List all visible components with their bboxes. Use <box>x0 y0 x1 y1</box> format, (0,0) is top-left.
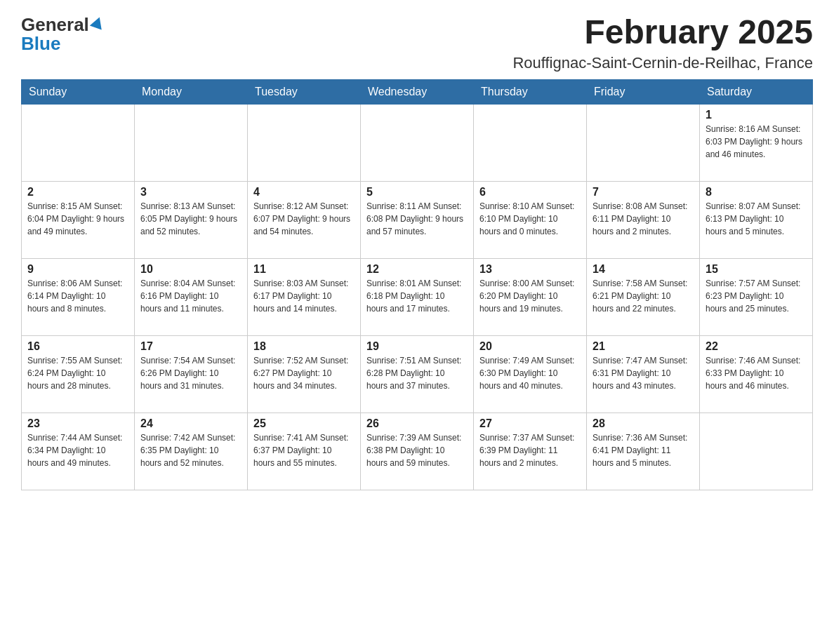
title-area: February 2025 Rouffignac-Saint-Cernin-de… <box>512 14 813 72</box>
location-title: Rouffignac-Saint-Cernin-de-Reilhac, Fran… <box>512 54 813 72</box>
calendar-cell <box>361 104 474 181</box>
calendar-cell: 12Sunrise: 8:01 AM Sunset: 6:18 PM Dayli… <box>361 258 474 335</box>
logo-triangle-icon <box>90 15 105 29</box>
weekday-header-sunday: Sunday <box>22 79 135 104</box>
weekday-header-friday: Friday <box>587 79 700 104</box>
calendar-cell: 22Sunrise: 7:46 AM Sunset: 6:33 PM Dayli… <box>700 335 813 412</box>
calendar-cell <box>135 104 248 181</box>
day-number: 13 <box>479 263 581 276</box>
calendar-cell: 9Sunrise: 8:06 AM Sunset: 6:14 PM Daylig… <box>22 258 135 335</box>
day-number: 26 <box>366 417 468 430</box>
calendar-cell <box>248 104 361 181</box>
calendar-cell: 20Sunrise: 7:49 AM Sunset: 6:30 PM Dayli… <box>474 335 587 412</box>
calendar-cell: 17Sunrise: 7:54 AM Sunset: 6:26 PM Dayli… <box>135 335 248 412</box>
calendar-cell: 25Sunrise: 7:41 AM Sunset: 6:37 PM Dayli… <box>248 412 361 490</box>
day-info: Sunrise: 8:06 AM Sunset: 6:14 PM Dayligh… <box>27 277 128 315</box>
day-number: 22 <box>706 340 807 353</box>
calendar-cell: 24Sunrise: 7:42 AM Sunset: 6:35 PM Dayli… <box>135 412 248 490</box>
day-info: Sunrise: 7:52 AM Sunset: 6:27 PM Dayligh… <box>253 354 355 392</box>
day-info: Sunrise: 7:36 AM Sunset: 6:41 PM Dayligh… <box>593 431 694 469</box>
calendar-cell: 26Sunrise: 7:39 AM Sunset: 6:38 PM Dayli… <box>361 412 474 490</box>
day-number: 24 <box>140 417 241 430</box>
calendar-cell: 13Sunrise: 8:00 AM Sunset: 6:20 PM Dayli… <box>474 258 587 335</box>
day-number: 23 <box>27 417 128 430</box>
calendar-cell <box>587 104 700 181</box>
day-number: 20 <box>479 340 581 353</box>
calendar-cell: 10Sunrise: 8:04 AM Sunset: 6:16 PM Dayli… <box>135 258 248 335</box>
day-info: Sunrise: 7:57 AM Sunset: 6:23 PM Dayligh… <box>706 277 807 315</box>
calendar-week-row: 16Sunrise: 7:55 AM Sunset: 6:24 PM Dayli… <box>22 335 813 412</box>
calendar-cell: 7Sunrise: 8:08 AM Sunset: 6:11 PM Daylig… <box>587 181 700 258</box>
day-info: Sunrise: 8:00 AM Sunset: 6:20 PM Dayligh… <box>479 277 581 315</box>
calendar-cell: 15Sunrise: 7:57 AM Sunset: 6:23 PM Dayli… <box>700 258 813 335</box>
day-info: Sunrise: 7:41 AM Sunset: 6:37 PM Dayligh… <box>253 431 355 469</box>
day-info: Sunrise: 8:07 AM Sunset: 6:13 PM Dayligh… <box>706 200 807 238</box>
month-title: February 2025 <box>512 14 813 51</box>
calendar-cell <box>474 104 587 181</box>
day-info: Sunrise: 7:58 AM Sunset: 6:21 PM Dayligh… <box>593 277 694 315</box>
weekday-header-monday: Monday <box>135 79 248 104</box>
calendar-cell: 18Sunrise: 7:52 AM Sunset: 6:27 PM Dayli… <box>248 335 361 412</box>
calendar-cell <box>700 412 813 490</box>
day-number: 28 <box>593 417 694 430</box>
day-number: 2 <box>27 186 128 199</box>
day-info: Sunrise: 7:46 AM Sunset: 6:33 PM Dayligh… <box>706 354 807 392</box>
calendar-cell: 4Sunrise: 8:12 AM Sunset: 6:07 PM Daylig… <box>248 181 361 258</box>
weekday-header-tuesday: Tuesday <box>248 79 361 104</box>
day-info: Sunrise: 8:15 AM Sunset: 6:04 PM Dayligh… <box>27 200 128 238</box>
day-info: Sunrise: 8:13 AM Sunset: 6:05 PM Dayligh… <box>140 200 241 238</box>
day-number: 21 <box>593 340 694 353</box>
calendar-cell: 1Sunrise: 8:16 AM Sunset: 6:03 PM Daylig… <box>700 104 813 181</box>
day-number: 15 <box>706 263 807 276</box>
weekday-header-thursday: Thursday <box>474 79 587 104</box>
calendar-cell: 11Sunrise: 8:03 AM Sunset: 6:17 PM Dayli… <box>248 258 361 335</box>
day-info: Sunrise: 7:37 AM Sunset: 6:39 PM Dayligh… <box>479 431 581 469</box>
day-number: 10 <box>140 263 241 276</box>
day-number: 27 <box>479 417 581 430</box>
day-number: 14 <box>593 263 694 276</box>
calendar-cell: 14Sunrise: 7:58 AM Sunset: 6:21 PM Dayli… <box>587 258 700 335</box>
calendar-cell: 19Sunrise: 7:51 AM Sunset: 6:28 PM Dayli… <box>361 335 474 412</box>
calendar-cell: 28Sunrise: 7:36 AM Sunset: 6:41 PM Dayli… <box>587 412 700 490</box>
day-info: Sunrise: 8:03 AM Sunset: 6:17 PM Dayligh… <box>253 277 355 315</box>
day-info: Sunrise: 7:54 AM Sunset: 6:26 PM Dayligh… <box>140 354 241 392</box>
day-number: 6 <box>479 186 581 199</box>
day-number: 3 <box>140 186 241 199</box>
day-number: 7 <box>593 186 694 199</box>
day-number: 17 <box>140 340 241 353</box>
calendar-cell: 5Sunrise: 8:11 AM Sunset: 6:08 PM Daylig… <box>361 181 474 258</box>
page-header: General Blue February 2025 Rouffignac-Sa… <box>21 14 813 72</box>
day-info: Sunrise: 8:08 AM Sunset: 6:11 PM Dayligh… <box>593 200 694 238</box>
day-info: Sunrise: 7:49 AM Sunset: 6:30 PM Dayligh… <box>479 354 581 392</box>
weekday-header-wednesday: Wednesday <box>361 79 474 104</box>
day-number: 9 <box>27 263 128 276</box>
weekday-header-saturday: Saturday <box>700 79 813 104</box>
day-number: 5 <box>366 186 468 199</box>
day-info: Sunrise: 8:04 AM Sunset: 6:16 PM Dayligh… <box>140 277 241 315</box>
calendar-cell: 3Sunrise: 8:13 AM Sunset: 6:05 PM Daylig… <box>135 181 248 258</box>
day-info: Sunrise: 8:11 AM Sunset: 6:08 PM Dayligh… <box>366 200 468 238</box>
calendar-table: SundayMondayTuesdayWednesdayThursdayFrid… <box>21 79 813 490</box>
calendar-cell: 23Sunrise: 7:44 AM Sunset: 6:34 PM Dayli… <box>22 412 135 490</box>
day-number: 19 <box>366 340 468 353</box>
calendar-week-row: 9Sunrise: 8:06 AM Sunset: 6:14 PM Daylig… <box>22 258 813 335</box>
day-info: Sunrise: 7:39 AM Sunset: 6:38 PM Dayligh… <box>366 431 468 469</box>
logo-blue-text: Blue <box>21 33 60 55</box>
calendar-cell: 8Sunrise: 8:07 AM Sunset: 6:13 PM Daylig… <box>700 181 813 258</box>
weekday-header-row: SundayMondayTuesdayWednesdayThursdayFrid… <box>22 79 813 104</box>
day-info: Sunrise: 7:47 AM Sunset: 6:31 PM Dayligh… <box>593 354 694 392</box>
day-number: 25 <box>253 417 355 430</box>
day-number: 18 <box>253 340 355 353</box>
day-number: 4 <box>253 186 355 199</box>
day-info: Sunrise: 8:10 AM Sunset: 6:10 PM Dayligh… <box>479 200 581 238</box>
calendar-cell <box>22 104 135 181</box>
calendar-cell: 6Sunrise: 8:10 AM Sunset: 6:10 PM Daylig… <box>474 181 587 258</box>
day-number: 11 <box>253 263 355 276</box>
day-info: Sunrise: 7:55 AM Sunset: 6:24 PM Dayligh… <box>27 354 128 392</box>
day-info: Sunrise: 7:51 AM Sunset: 6:28 PM Dayligh… <box>366 354 468 392</box>
logo: General Blue <box>21 14 104 55</box>
day-number: 16 <box>27 340 128 353</box>
calendar-week-row: 23Sunrise: 7:44 AM Sunset: 6:34 PM Dayli… <box>22 412 813 490</box>
calendar-week-row: 1Sunrise: 8:16 AM Sunset: 6:03 PM Daylig… <box>22 104 813 181</box>
day-number: 1 <box>706 109 807 121</box>
